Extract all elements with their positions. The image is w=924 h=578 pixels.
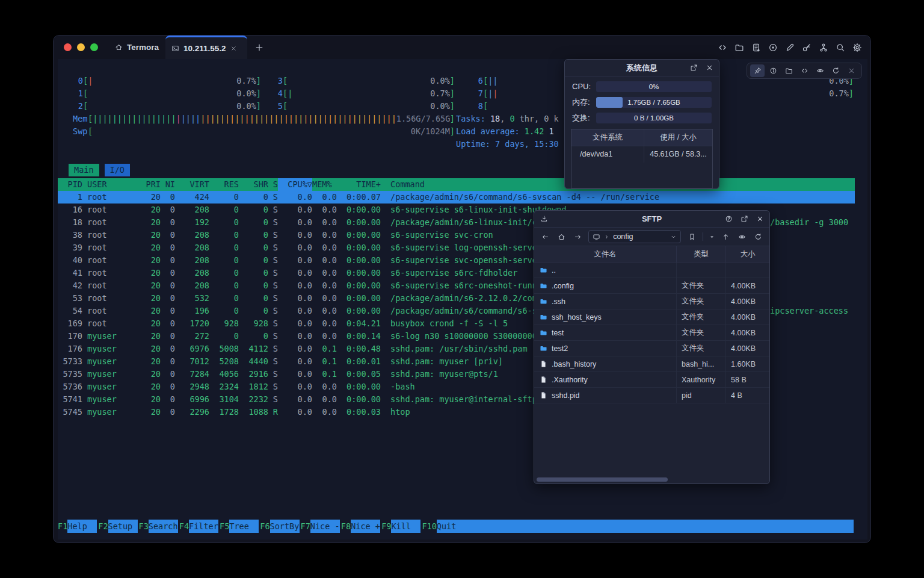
back-icon[interactable]: [540, 231, 551, 243]
caret-down-icon[interactable]: [709, 231, 715, 243]
close-button[interactable]: [844, 64, 858, 77]
close-window-button[interactable]: [64, 43, 72, 51]
fkey-f6[interactable]: F6: [260, 520, 270, 533]
folder-button[interactable]: [781, 64, 796, 77]
close-icon[interactable]: [704, 63, 714, 73]
tab-session[interactable]: 10.211.55.2: [165, 36, 247, 59]
file-row-test[interactable]: test文件夹4.00KB: [534, 325, 769, 341]
eye-button[interactable]: [813, 64, 827, 77]
fkey-label-f4[interactable]: Filter: [189, 520, 218, 533]
tab-main[interactable]: Main: [69, 164, 99, 176]
refresh-button[interactable]: [828, 64, 843, 77]
settings-button[interactable]: [852, 42, 862, 52]
search-button[interactable]: [835, 42, 845, 52]
htop-screen-tabs: MainI/O: [69, 164, 130, 176]
terminal-icon: [171, 45, 179, 52]
fkey-label-f9[interactable]: Kill: [391, 520, 420, 533]
termora-window: Termora 10.211.55.2 0[|0.7%]1[0.0%]2[0.0…: [53, 35, 871, 543]
sftp-header[interactable]: SFTP: [534, 211, 769, 228]
open-in-window-icon[interactable]: [689, 63, 698, 73]
fkey-label-f3[interactable]: Search: [149, 520, 178, 533]
file-row-.ssh[interactable]: .ssh文件夹4.00KB: [534, 294, 769, 309]
home-icon[interactable]: [556, 231, 567, 243]
fkey-label-f7[interactable]: Nice -: [310, 520, 340, 533]
fkey-f8[interactable]: F8: [341, 520, 351, 533]
edit-button[interactable]: [784, 42, 795, 52]
aright-icon: [574, 233, 582, 241]
file-row-test2[interactable]: test2文件夹4.00KB: [534, 341, 769, 356]
horizontal-scrollbar[interactable]: [537, 477, 668, 482]
info-button[interactable]: [766, 64, 780, 77]
bookmark-icon[interactable]: [686, 231, 697, 243]
titlebar-actions: [717, 36, 862, 59]
show-hidden-eye-icon[interactable]: [737, 231, 748, 243]
fkey-f9[interactable]: F9: [381, 520, 391, 533]
tab-close-icon[interactable]: [230, 45, 237, 52]
traffic-lights: [64, 43, 98, 51]
sftp-file-list: ...config文件夹4.00KB.ssh文件夹4.00KBssh_host_…: [534, 263, 769, 403]
upload-icon[interactable]: [721, 231, 732, 243]
tab-home[interactable]: Termora: [109, 36, 165, 59]
fkey-f1[interactable]: F1: [58, 520, 67, 533]
code-icon: [718, 43, 727, 52]
monitor-icon: [593, 233, 600, 241]
new-tab-button[interactable]: [252, 40, 266, 55]
fkey-f4[interactable]: F4: [179, 520, 189, 533]
file-row-sshd.pid[interactable]: sshd.pidpid4 B: [534, 388, 769, 403]
fkey-label-f8[interactable]: Nice +: [351, 520, 380, 533]
fkey-f7[interactable]: F7: [301, 520, 310, 533]
divider: [703, 232, 703, 241]
metric-row: CPU:0%: [572, 81, 712, 92]
refresh-icon[interactable]: [753, 231, 763, 243]
fkey-f10[interactable]: F10: [422, 520, 436, 533]
folderfill-icon: [540, 344, 547, 352]
fkey-label-f1[interactable]: Help: [67, 520, 97, 533]
system-info-header[interactable]: 系统信息: [565, 60, 719, 76]
record-button[interactable]: [768, 42, 778, 52]
open-in-window-icon[interactable]: [739, 214, 749, 224]
help-icon[interactable]: [724, 214, 733, 224]
close-icon[interactable]: [755, 214, 765, 224]
fkey-label-f5[interactable]: Tree: [229, 520, 259, 533]
caret-icon: [709, 234, 715, 240]
keychain-button[interactable]: [818, 42, 828, 52]
edit-icon: [785, 43, 795, 52]
fkey-f5[interactable]: F5: [220, 520, 229, 533]
htop-table-header[interactable]: PIDUSERPRINIVIRTRESSHRSCPU%▽MEM%TIME+Com…: [58, 178, 855, 191]
file-row-..[interactable]: ..: [534, 263, 769, 278]
titlebar: Termora 10.211.55.2: [54, 36, 870, 59]
folder-icon: [785, 67, 793, 75]
minimize-window-button[interactable]: [77, 43, 85, 51]
fkey-label-f6[interactable]: SortBy: [270, 520, 300, 533]
forward-icon[interactable]: [572, 231, 583, 243]
file-row-ssh_host_keys[interactable]: ssh_host_keys文件夹4.00KB: [534, 309, 769, 325]
fkey-label-f10[interactable]: Quit: [437, 520, 854, 533]
filedoc-icon: [540, 360, 547, 368]
process-row-1[interactable]: 1root20042400S0.00.00:00.07/package/admi…: [58, 191, 855, 204]
file-row-.Xauthority[interactable]: .XauthorityXauthority58 B: [534, 372, 769, 388]
fs-table-row: /dev/vda145.61GB / 58.3...: [571, 146, 712, 163]
fkey-f3[interactable]: F3: [139, 520, 149, 533]
key-button[interactable]: [801, 42, 812, 52]
log-button[interactable]: [751, 42, 761, 52]
eye-icon: [738, 233, 746, 241]
sftp-table-header[interactable]: 文件名类型大小: [534, 246, 769, 263]
cpu-meter-3: 3[0.0%]: [273, 75, 455, 87]
chevron-down-icon: [670, 234, 677, 240]
fs-table-header: 文件系统使用 / 大小: [571, 129, 712, 146]
chevright-icon: [603, 234, 610, 240]
info-icon: [769, 67, 777, 75]
path-selector[interactable]: config: [588, 230, 681, 243]
external-icon: [690, 64, 698, 72]
code-button[interactable]: [717, 42, 727, 52]
file-row-.bash_history[interactable]: .bash_historybash_hi...1.60KB: [534, 356, 769, 372]
code-button[interactable]: [797, 64, 812, 77]
pin-button[interactable]: [750, 64, 765, 77]
fkey-f2[interactable]: F2: [98, 520, 108, 533]
folder-button[interactable]: [734, 42, 744, 52]
maximize-window-button[interactable]: [90, 43, 98, 51]
fkey-label-f2[interactable]: Setup: [108, 520, 138, 533]
file-row-.config[interactable]: .config文件夹4.00KB: [534, 278, 769, 294]
tab-io[interactable]: I/O: [105, 164, 130, 176]
folderfill-icon: [540, 297, 547, 305]
